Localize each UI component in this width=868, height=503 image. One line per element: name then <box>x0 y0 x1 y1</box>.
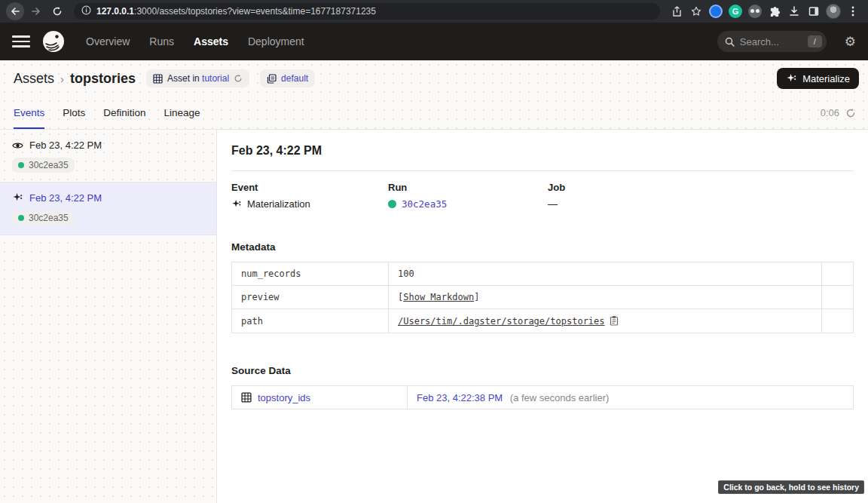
search-input[interactable]: Search... / <box>717 31 827 52</box>
search-placeholder: Search... <box>740 36 802 48</box>
breadcrumb: Assets › topstories <box>14 71 136 87</box>
event-time: Feb 23, 4:22 PM <box>29 140 102 151</box>
app-nav-bar: Overview Runs Assets Deployment Search..… <box>0 23 868 60</box>
extension-goggles-icon[interactable] <box>746 2 764 20</box>
bookmark-star-icon[interactable] <box>687 2 705 20</box>
search-icon <box>725 37 735 47</box>
gear-icon[interactable]: ⚙ <box>845 35 856 48</box>
materialization-sparkle-icon <box>12 192 23 204</box>
repo-location-chip[interactable]: default <box>260 69 315 87</box>
url-text: 127.0.0.1:3000/assets/topstories?view=ev… <box>96 6 376 17</box>
asset-tabs: Events Plots Definition Lineage 0:06 <box>0 97 868 130</box>
metadata-key: preview <box>232 286 389 309</box>
run-status-dot <box>18 215 24 221</box>
downloads-icon[interactable] <box>785 2 803 20</box>
table-row: topstory_ids Feb 23, 4:22:38 PM (a few s… <box>232 386 854 409</box>
upstream-asset-link[interactable]: topstory_ids <box>241 392 398 403</box>
tab-events[interactable]: Events <box>14 97 44 129</box>
browser-menu-kebab-icon[interactable] <box>844 2 862 20</box>
job-value: — <box>548 198 558 210</box>
run-status-dot <box>388 200 396 208</box>
browser-back-button[interactable] <box>6 2 24 20</box>
nav-link-overview[interactable]: Overview <box>86 35 130 48</box>
repo-location-chip-label: default <box>281 73 308 84</box>
source-event-time-note: (a few seconds earlier) <box>510 392 610 403</box>
show-markdown-link[interactable]: Show Markdown <box>403 292 474 302</box>
event-column-label: Event <box>231 182 388 193</box>
breadcrumb-asset-name: topstories <box>70 71 136 87</box>
run-status-dot <box>18 162 24 168</box>
event-list-item-observation[interactable]: Feb 23, 4:22 PM 30c2ea35 <box>0 130 216 182</box>
search-shortcut-badge: / <box>808 35 822 48</box>
site-info-icon[interactable] <box>81 5 91 18</box>
source-data-section-title: Source Data <box>231 365 854 376</box>
side-panel-icon[interactable] <box>805 2 823 20</box>
nav-link-assets[interactable]: Assets <box>194 35 228 48</box>
run-tag[interactable]: 30c2ea35 <box>12 158 75 173</box>
profile-avatar[interactable] <box>824 2 842 20</box>
asset-group-chip[interactable]: Asset in tutorial <box>146 69 249 87</box>
table-row: preview [Show Markdown] <box>232 286 854 309</box>
metadata-section-title: Metadata <box>231 241 854 253</box>
extensions-puzzle-icon[interactable] <box>766 2 784 20</box>
metadata-table: num_records 100 preview [Show Markdown] … <box>231 262 854 333</box>
browser-back-tooltip: Click to go back, hold to see history <box>718 480 864 494</box>
share-icon[interactable] <box>668 2 686 20</box>
metadata-value: /Users/tim/.dagster/storage/topstories <box>389 309 822 333</box>
materialize-button[interactable]: Materialize <box>777 68 859 89</box>
event-list-item-materialization[interactable]: Feb 23, 4:22 PM 30c2ea35 <box>0 182 216 235</box>
grammarly-icon[interactable]: G <box>726 2 744 20</box>
browser-address-bar[interactable]: 127.0.0.1:3000/assets/topstories?view=ev… <box>74 3 660 20</box>
materialization-sparkle-icon <box>231 199 242 210</box>
metadata-key: num_records <box>232 262 389 286</box>
breadcrumb-separator-icon: › <box>60 72 64 85</box>
run-tag[interactable]: 30c2ea35 <box>12 210 75 225</box>
event-type-value: Materialization <box>247 198 310 210</box>
table-row: path /Users/tim/.dagster/storage/topstor… <box>232 309 854 333</box>
materialize-sparkle-icon <box>786 73 797 84</box>
tab-definition[interactable]: Definition <box>103 97 145 129</box>
browser-forward-button[interactable] <box>27 2 45 20</box>
table-icon <box>241 392 252 403</box>
dagster-logo <box>42 30 65 53</box>
browser-reload-button[interactable] <box>48 2 66 20</box>
breadcrumb-assets[interactable]: Assets <box>14 71 54 87</box>
extension-history-icon[interactable] <box>707 2 725 20</box>
table-row: num_records 100 <box>232 262 854 286</box>
source-data-table: topstory_ids Feb 23, 4:22:38 PM (a few s… <box>231 385 854 409</box>
nav-link-deployment[interactable]: Deployment <box>248 35 304 48</box>
eye-icon <box>12 141 23 150</box>
metadata-key: path <box>232 309 389 333</box>
tab-plots[interactable]: Plots <box>63 97 85 129</box>
event-list-sidebar: Feb 23, 4:22 PM 30c2ea35 Feb 23, 4:22 PM… <box>0 130 217 503</box>
event-detail-panel: Feb 23, 4:22 PM Event Materialization Ru… <box>217 130 868 503</box>
materialize-button-label: Materialize <box>802 73 850 84</box>
asset-group-chip-label: Asset in tutorial <box>167 73 229 84</box>
copy-to-clipboard-icon[interactable] <box>610 315 619 326</box>
refresh-countdown: 0:06 <box>821 107 839 118</box>
metadata-value: 100 <box>389 262 822 286</box>
hamburger-menu-icon[interactable] <box>12 32 30 51</box>
metadata-value: [Show Markdown] <box>389 286 822 309</box>
browser-toolbar: 127.0.0.1:3000/assets/topstories?view=ev… <box>0 0 868 23</box>
event-time: Feb 23, 4:22 PM <box>29 192 102 204</box>
run-column-label: Run <box>388 182 548 193</box>
reload-definitions-icon[interactable] <box>234 74 243 83</box>
job-column-label: Job <box>548 182 565 193</box>
run-id-link[interactable]: 30c2ea35 <box>402 198 447 210</box>
refresh-icon[interactable] <box>845 108 856 118</box>
path-link[interactable]: /Users/tim/.dagster/storage/topstories <box>398 316 605 327</box>
nav-link-runs[interactable]: Runs <box>149 35 174 48</box>
asset-page-header: Assets › topstories Asset in tutorial de… <box>0 60 868 97</box>
event-detail-title: Feb 23, 4:22 PM <box>231 144 854 158</box>
table-icon <box>153 74 163 84</box>
tab-lineage[interactable]: Lineage <box>164 97 200 129</box>
copy-stack-icon <box>267 74 277 84</box>
source-event-time-link[interactable]: Feb 23, 4:22:38 PM <box>417 392 503 403</box>
